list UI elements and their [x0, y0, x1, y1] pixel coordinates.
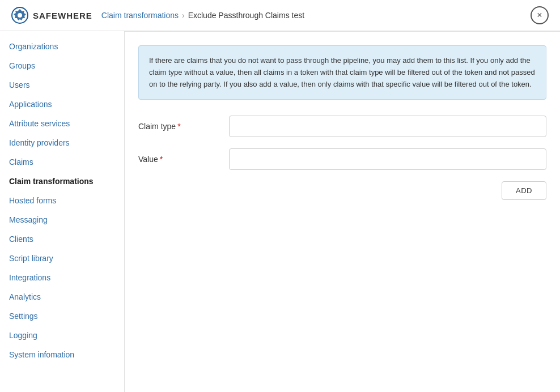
claim-type-label: Claim type* [138, 122, 229, 131]
claim-type-required: * [177, 122, 180, 131]
sidebar-item-settings[interactable]: Settings [0, 306, 124, 326]
sidebar-item-integrations[interactable]: Integrations [0, 268, 124, 287]
sidebar-item-script-library[interactable]: Script library [0, 249, 124, 268]
add-button-row: ADD [138, 181, 546, 200]
svg-point-1 [18, 13, 22, 18]
layout: OrganizationsGroupsUsersApplicationsAttr… [0, 31, 560, 392]
sidebar-item-clients[interactable]: Clients [0, 229, 124, 249]
value-required: * [160, 155, 163, 164]
sidebar-item-claim-transformations[interactable]: Claim transformations [0, 172, 124, 191]
info-box: If there are claims that you do not want… [138, 45, 546, 100]
breadcrumb-separator: › [182, 11, 185, 20]
header: SAFEWHERE Claim transformations › Exclud… [0, 0, 560, 31]
claim-type-row: Claim type* [138, 116, 546, 137]
sidebar-item-organizations[interactable]: Organizations [0, 37, 124, 56]
safewhere-logo-icon [11, 7, 28, 24]
sidebar-item-analytics[interactable]: Analytics [0, 287, 124, 306]
sidebar-item-groups[interactable]: Groups [0, 56, 124, 75]
sidebar-item-logging[interactable]: Logging [0, 326, 124, 345]
sidebar-item-users[interactable]: Users [0, 75, 124, 95]
main-content: If there are claims that you do not want… [125, 31, 560, 392]
breadcrumb-link[interactable]: Claim transformations [101, 11, 179, 20]
sidebar-item-system-information[interactable]: System infomation [0, 345, 124, 364]
sidebar-item-messaging[interactable]: Messaging [0, 210, 124, 229]
info-box-text: If there are claims that you do not want… [149, 56, 535, 88]
breadcrumb-current: Exclude Passthrough Claims test [188, 11, 304, 20]
value-label: Value* [138, 155, 229, 164]
close-button[interactable]: × [531, 6, 549, 24]
logo: SAFEWHERE [11, 7, 92, 24]
sidebar-item-identity-providers[interactable]: Identity providers [0, 133, 124, 152]
value-input[interactable] [229, 148, 546, 170]
sidebar-item-attribute-services[interactable]: Attribute services [0, 114, 124, 133]
sidebar-item-applications[interactable]: Applications [0, 95, 124, 114]
settings-content: If there are claims that you do not want… [125, 32, 560, 214]
sidebar-item-hosted-forms[interactable]: Hosted forms [0, 191, 124, 210]
sidebar: OrganizationsGroupsUsersApplicationsAttr… [0, 31, 125, 392]
breadcrumb: Claim transformations › Exclude Passthro… [101, 11, 304, 20]
header-left: SAFEWHERE Claim transformations › Exclud… [11, 7, 304, 24]
sidebar-item-claims[interactable]: Claims [0, 152, 124, 172]
add-button[interactable]: ADD [502, 181, 546, 200]
claim-type-input[interactable] [229, 116, 546, 137]
logo-text: SAFEWHERE [33, 11, 92, 20]
value-row: Value* [138, 148, 546, 170]
